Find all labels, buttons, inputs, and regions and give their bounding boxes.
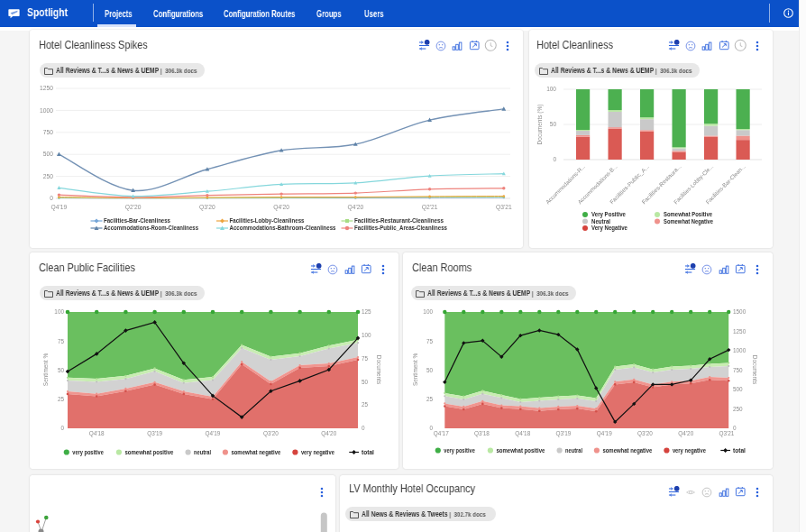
svg-text:0: 0: [733, 425, 737, 431]
svg-text:Q4'18: Q4'18: [89, 430, 105, 437]
svg-text:0: 0: [60, 425, 64, 431]
svg-text:1000: 1000: [733, 347, 746, 353]
svg-text:Documents: Documents: [752, 355, 758, 384]
svg-text:Q4'20: Q4'20: [347, 204, 363, 211]
svg-text:0: 0: [50, 195, 53, 201]
svg-text:500: 500: [43, 151, 53, 157]
svg-text:Q4'19: Q4'19: [51, 204, 68, 211]
svg-text:Facilities-Lobby-Cleanliness: Facilities-Lobby-Cleanliness: [230, 217, 305, 225]
svg-text:Very Negative: Very Negative: [591, 225, 627, 232]
svg-text:somewhat positive: somewhat positive: [496, 447, 545, 454]
svg-text:100: 100: [362, 332, 371, 338]
svg-text:very negative: very negative: [301, 449, 334, 456]
svg-text:250: 250: [43, 173, 53, 179]
svg-text:Q3'20: Q3'20: [637, 430, 653, 437]
svg-text:Q4'17: Q4'17: [434, 430, 449, 437]
svg-text:Accommodations-Room-Cleanlines: Accommodations-Room-Cleanliness: [104, 225, 198, 231]
svg-text:Somewhat Negative: Somewhat Negative: [664, 218, 713, 225]
svg-text:Documents: Documents: [376, 355, 382, 384]
svg-text:Q4'18: Q4'18: [515, 430, 530, 437]
svg-text:50: 50: [550, 121, 557, 127]
svg-text:25: 25: [426, 396, 434, 402]
svg-text:Accommodations-R...: Accommodations-R...: [545, 163, 587, 206]
svg-text:Q3'21: Q3'21: [719, 430, 735, 437]
svg-text:Q4'19: Q4'19: [597, 430, 612, 437]
svg-text:1000: 1000: [40, 107, 53, 114]
svg-text:0: 0: [362, 425, 365, 431]
svg-text:very negative: very negative: [673, 447, 706, 454]
svg-text:Very Positive: Very Positive: [591, 211, 626, 218]
svg-text:25: 25: [362, 401, 369, 408]
svg-text:750: 750: [43, 129, 53, 135]
svg-text:125: 125: [362, 308, 371, 315]
svg-text:somewhat negative: somewhat negative: [231, 449, 280, 456]
svg-text:Sentiment %: Sentiment %: [412, 353, 418, 387]
svg-text:neutral: neutral: [194, 449, 211, 455]
svg-text:250: 250: [733, 406, 743, 412]
svg-text:total: total: [733, 447, 746, 454]
svg-text:100: 100: [54, 308, 64, 315]
svg-text:Facilities-Public_A...: Facilities-Public_A...: [609, 163, 652, 206]
svg-text:Q2'21: Q2'21: [422, 204, 438, 211]
svg-text:Q4'20: Q4'20: [678, 430, 693, 437]
svg-text:75: 75: [58, 338, 65, 344]
svg-text:Sentiment %: Sentiment %: [42, 353, 49, 387]
svg-text:very positive: very positive: [444, 447, 475, 454]
svg-text:25: 25: [58, 396, 65, 402]
svg-text:somewhat negative: somewhat negative: [602, 447, 652, 454]
svg-text:750: 750: [733, 367, 743, 373]
svg-text:Q3'19: Q3'19: [556, 430, 572, 437]
svg-text:Neutral: Neutral: [591, 218, 610, 225]
svg-text:75: 75: [426, 338, 434, 344]
svg-text:100: 100: [423, 308, 433, 315]
svg-text:Facilities-Public_Areas-Cleanl: Facilities-Public_Areas-Cleanliness: [354, 225, 447, 231]
svg-text:75: 75: [362, 355, 369, 362]
svg-text:Q2'20: Q2'20: [125, 204, 142, 211]
svg-text:Q4'19: Q4'19: [206, 430, 221, 437]
svg-text:somewhat positive: somewhat positive: [124, 449, 173, 456]
svg-text:50: 50: [362, 379, 369, 385]
svg-text:Documents (%): Documents (%): [536, 105, 544, 145]
svg-text:Accommodations-B...: Accommodations-B...: [576, 163, 618, 206]
svg-text:1500: 1500: [733, 308, 746, 315]
svg-text:Facilities-Restaura...: Facilities-Restaura...: [640, 163, 682, 206]
svg-text:Q3'20: Q3'20: [199, 204, 215, 211]
svg-text:Accommodations-Bathroom-Cleanl: Accommodations-Bathroom-Cleanliness: [230, 225, 336, 231]
svg-text:Somewhat Positive: Somewhat Positive: [664, 211, 712, 217]
svg-text:1250: 1250: [733, 328, 746, 335]
svg-text:1250: 1250: [40, 85, 53, 91]
svg-text:Q3'18: Q3'18: [474, 430, 490, 437]
svg-text:100: 100: [546, 86, 556, 92]
svg-text:Q3'19: Q3'19: [147, 430, 162, 437]
svg-text:Facilities-Restaurant-Cleanlin: Facilities-Restaurant-Cleanliness: [354, 217, 444, 224]
svg-text:Q4'20: Q4'20: [273, 204, 289, 211]
svg-text:Facilities-Lobby-Cle...: Facilities-Lobby-Cle...: [673, 163, 716, 206]
svg-text:Q4'20: Q4'20: [321, 430, 336, 437]
svg-text:50: 50: [426, 367, 434, 373]
svg-text:Q3'21: Q3'21: [496, 204, 512, 211]
svg-text:neutral: neutral: [565, 447, 582, 454]
svg-text:Facilities-Bar-Cleanliness: Facilities-Bar-Cleanliness: [104, 217, 170, 224]
svg-text:Q3'20: Q3'20: [263, 430, 279, 437]
svg-text:0: 0: [429, 425, 433, 431]
svg-text:50: 50: [58, 367, 65, 373]
svg-text:very positive: very positive: [72, 449, 104, 456]
svg-text:total: total: [362, 449, 374, 455]
svg-text:500: 500: [733, 386, 743, 392]
svg-text:Facilities-Bar-Clean...: Facilities-Bar-Clean...: [704, 163, 746, 206]
svg-text:0: 0: [553, 156, 556, 162]
